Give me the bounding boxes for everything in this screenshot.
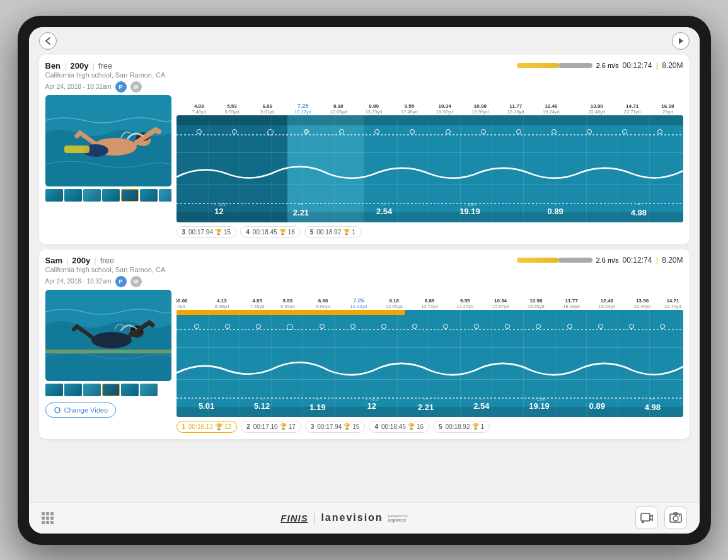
- card1-badge-p[interactable]: P: [115, 81, 127, 93]
- card2-name: Sam: [45, 256, 62, 265]
- svg-point-12: [91, 332, 132, 348]
- lanevision-logo: lanevision: [321, 512, 383, 523]
- card2-video-thumb[interactable]: [45, 290, 171, 381]
- card2-metric-1: ↔ 5.01: [199, 397, 214, 411]
- chart-dot2: [598, 324, 603, 329]
- thumb-5-active[interactable]: [121, 189, 139, 202]
- card2-lap-5[interactable]: 5 00:18.92 🏆 1: [433, 421, 490, 433]
- card1-date-badges: Apr 24, 2018 - 10:32am P M: [45, 81, 683, 93]
- chart-dot2: [443, 324, 448, 329]
- camera-button[interactable]: [664, 506, 687, 529]
- ruler-label-1: 5.538.55yd: [225, 104, 240, 115]
- chart-dot: [304, 129, 309, 134]
- ruler-label-5: 8.8913.73yd: [366, 104, 383, 115]
- chart-dot: [516, 129, 521, 134]
- thumb-2[interactable]: [64, 189, 82, 202]
- ruler-label-9: 11.7718.19yd: [507, 104, 524, 115]
- card1-chart-section: 4.837.46yd 5.538.55yd 6.869.61yd 7.2510.…: [176, 95, 683, 238]
- swimmer-card-ben: Ben | 200y | free California high school…: [39, 55, 690, 244]
- chart-dot2: [474, 324, 479, 329]
- card1-speed-fill-yellow: [517, 63, 558, 68]
- ruler2-label-4: 6.869.61yd: [316, 299, 330, 309]
- footer-right: [635, 506, 687, 529]
- thumb-7[interactable]: [159, 189, 171, 202]
- card2-date: Apr 24, 2018 - 10:32am: [45, 278, 112, 285]
- card2-speed-area: 2.6 m/s 00:12:74 | 8.20M: [517, 256, 683, 265]
- card2-lap-4[interactable]: 4 00:18.45 🏆 16: [369, 421, 429, 433]
- card2-lap-3[interactable]: 3 00:17.94 🏆 15: [305, 421, 366, 433]
- chart-dot2: [320, 324, 325, 329]
- card1-speed-area: 2.6 m/s 00:12:74 | 8.20M: [517, 61, 683, 70]
- card1-pool-chart: ↔ -2.3 12 〜 2.21 ↔ 2.54: [176, 115, 683, 222]
- finis-logo: FINIS: [280, 513, 308, 523]
- card2-badge-m[interactable]: M: [130, 276, 142, 287]
- card1-badge-m[interactable]: M: [130, 81, 142, 93]
- card2-thumb-2[interactable]: [64, 384, 82, 396]
- card1-lap-5[interactable]: 5 00:18.92 🏆 1: [304, 226, 361, 238]
- card2-speed: 2.6 m/s: [596, 256, 619, 264]
- chart-dot2: [567, 324, 572, 329]
- ruler2-label-14: 14.7122.71yd: [664, 299, 681, 309]
- play-button[interactable]: [672, 32, 690, 50]
- chart-dot2: [194, 324, 199, 329]
- card1-video-section: [45, 95, 171, 202]
- footer: FINIS | lanevision powered by aspirecx: [29, 502, 700, 534]
- card1-header: Ben | 200y | free California high school…: [45, 61, 683, 79]
- card2-thumb-5[interactable]: [121, 384, 139, 396]
- chart-dot2: [381, 324, 386, 329]
- card2-thumb-4-active[interactable]: [102, 384, 120, 396]
- change-video-button[interactable]: Change Video: [45, 403, 117, 418]
- chart-dot2: [225, 324, 230, 329]
- svg-point-22: [679, 515, 680, 517]
- card1-thumbnail-strip: [45, 189, 171, 202]
- chart-dot: [657, 129, 662, 134]
- back-button[interactable]: [39, 32, 57, 50]
- main-content: Ben | 200y | free California high school…: [29, 55, 700, 502]
- card1-metrics-row: ↔ -2.3 12 〜 2.21 ↔ 2.54: [176, 202, 683, 217]
- card1-time-info: 00:12:74 | 8.20M: [623, 61, 683, 70]
- thumb-1[interactable]: [45, 189, 63, 202]
- card2-badge-p[interactable]: P: [115, 276, 127, 287]
- card2-metric-8: ↔ 0.89: [589, 397, 605, 411]
- chart-dot: [197, 129, 202, 134]
- card2-distance: 200y: [72, 256, 90, 265]
- top-bar: [29, 27, 700, 55]
- card1-video-thumb[interactable]: [45, 95, 171, 186]
- chart-dot2: [412, 324, 417, 329]
- card2-thumb-1[interactable]: [45, 384, 63, 396]
- card1-ruler: 4.837.46yd 5.538.55yd 6.869.61yd 7.2510.…: [176, 95, 683, 115]
- aspire-brand: aspirecx: [388, 518, 408, 522]
- chart-dot2: [536, 324, 541, 329]
- card2-time-info: 00:12:74 | 8.20M: [623, 256, 683, 265]
- card2-lap-2[interactable]: 2 00:17.10 🏆 17: [241, 421, 301, 433]
- thumb-3[interactable]: [83, 189, 101, 202]
- ruler2-label-9: 10.3415.97yd: [492, 299, 509, 309]
- card2-video-section: Change Video: [45, 290, 171, 418]
- card2-thumb-6[interactable]: [140, 384, 158, 396]
- footer-logo: FINIS | lanevision powered by aspirecx: [280, 511, 407, 525]
- ruler2-label-6: 8.1812.65yd: [386, 299, 403, 309]
- card1-lap-4[interactable]: 4 00:18.45 🏆 16: [240, 226, 301, 238]
- chart-dot2: [287, 324, 293, 330]
- footer-grid-icon[interactable]: [42, 512, 54, 524]
- ruler-label-7: 10.3415.97yd: [436, 104, 453, 115]
- chart-dot2: [505, 324, 510, 329]
- ruler-label-2: 6.869.61yd: [260, 104, 275, 115]
- thumb-4[interactable]: [102, 189, 120, 202]
- ruler-label-13: 16.1825yd: [661, 104, 674, 115]
- device-frame: Ben | 200y | free California high school…: [18, 16, 711, 545]
- ruler-label-6: 9.5517.45yd: [401, 104, 418, 115]
- swimmer-card-sam: Sam | 200y | free California high school…: [39, 249, 690, 439]
- card2-lap-1[interactable]: 1 00:16.12 🏆 12: [176, 421, 238, 433]
- card2-date-badges: Apr 24, 2018 - 10:32am P M: [45, 276, 683, 287]
- card1-lap-3[interactable]: 3 00:17.94 🏆 15: [176, 226, 237, 238]
- chart-dot: [410, 129, 415, 134]
- screen: Ben | 200y | free California high school…: [29, 27, 700, 534]
- ruler-label-10: 12.4619.24yd: [543, 104, 560, 115]
- card2-thumb-3[interactable]: [83, 384, 101, 396]
- thumb-6[interactable]: [140, 189, 158, 202]
- add-video-button[interactable]: [635, 506, 658, 529]
- card1-location: California high school, San Ramon, CA: [45, 71, 166, 79]
- chart-dot2: [350, 324, 355, 329]
- ruler-label-8: 10.9816.95yd: [472, 104, 489, 115]
